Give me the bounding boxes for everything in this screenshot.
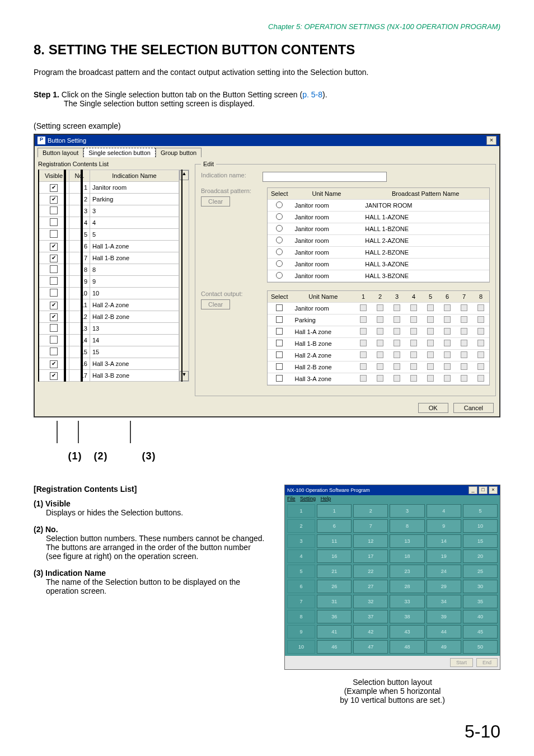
co-channel-checkbox[interactable]: [444, 304, 451, 311]
selection-button[interactable]: 29: [427, 580, 461, 593]
co-channel-checkbox[interactable]: [410, 351, 417, 358]
selection-button[interactable]: 28: [390, 580, 424, 593]
co-channel-checkbox[interactable]: [427, 351, 434, 358]
selection-button[interactable]: 17: [353, 550, 388, 563]
co-channel-checkbox[interactable]: [410, 375, 417, 382]
selection-button[interactable]: 22: [353, 565, 388, 578]
co-channel-checkbox[interactable]: [410, 340, 417, 346]
close-icon[interactable]: ×: [486, 136, 496, 145]
selection-button[interactable]: 44: [427, 625, 461, 638]
selection-button[interactable]: 36: [317, 610, 352, 623]
co-select-checkbox[interactable]: [276, 351, 283, 358]
radio-select[interactable]: [276, 248, 283, 255]
co-channel-checkbox[interactable]: [410, 328, 417, 335]
co-channel-checkbox[interactable]: [461, 351, 467, 358]
page-link[interactable]: p. 5-8: [302, 90, 322, 99]
co-channel-checkbox[interactable]: [427, 328, 434, 335]
selection-button[interactable]: 41: [317, 625, 352, 638]
co-channel-checkbox[interactable]: [410, 363, 417, 370]
co-channel-checkbox[interactable]: [444, 316, 451, 323]
co-select-checkbox[interactable]: [276, 316, 283, 323]
co-channel-checkbox[interactable]: [444, 340, 451, 346]
radio-select[interactable]: [276, 201, 283, 208]
co-channel-checkbox[interactable]: [394, 363, 400, 370]
radio-select[interactable]: [276, 260, 283, 267]
co-channel-checkbox[interactable]: [394, 351, 400, 358]
selection-button[interactable]: 39: [427, 610, 461, 623]
co-channel-checkbox[interactable]: [394, 328, 400, 335]
selection-button[interactable]: 20: [463, 550, 498, 563]
selection-button[interactable]: 49: [427, 640, 461, 654]
selection-button[interactable]: 9: [427, 519, 461, 533]
co-channel-checkbox[interactable]: [360, 340, 367, 346]
selection-button[interactable]: 48: [390, 640, 424, 654]
close-window-icon[interactable]: ×: [489, 486, 498, 494]
selection-button[interactable]: 7: [353, 519, 388, 533]
selection-button[interactable]: 25: [463, 565, 498, 578]
co-select-checkbox[interactable]: [276, 375, 283, 382]
selection-button[interactable]: 14: [427, 534, 461, 548]
clear-contact-button[interactable]: Clear: [201, 299, 230, 309]
co-channel-checkbox[interactable]: [461, 328, 467, 335]
selection-button[interactable]: 33: [390, 595, 424, 608]
co-channel-checkbox[interactable]: [477, 316, 484, 323]
co-channel-checkbox[interactable]: [377, 375, 383, 382]
selection-button[interactable]: 34: [427, 595, 461, 608]
menu-file[interactable]: File: [287, 496, 296, 501]
co-channel-checkbox[interactable]: [360, 304, 367, 311]
co-channel-checkbox[interactable]: [427, 316, 434, 323]
selection-button[interactable]: 18: [390, 550, 424, 563]
selection-button[interactable]: 23: [390, 565, 424, 578]
co-channel-checkbox[interactable]: [477, 328, 484, 335]
selection-button[interactable]: 24: [427, 565, 461, 578]
selection-button[interactable]: 15: [463, 534, 498, 548]
selection-button[interactable]: 50: [463, 640, 498, 654]
selection-button[interactable]: 32: [353, 595, 388, 608]
radio-select[interactable]: [276, 225, 283, 232]
selection-button[interactable]: 2: [353, 504, 388, 518]
co-channel-checkbox[interactable]: [360, 375, 367, 382]
radio-select[interactable]: [276, 237, 283, 243]
co-channel-checkbox[interactable]: [377, 363, 383, 370]
co-select-checkbox[interactable]: [276, 363, 283, 370]
co-channel-checkbox[interactable]: [427, 363, 434, 370]
start-button[interactable]: Start: [450, 658, 473, 667]
selection-button[interactable]: 1: [317, 504, 352, 518]
tab-button-layout[interactable]: Button layout: [38, 148, 83, 157]
selection-button[interactable]: 6: [317, 519, 352, 533]
co-channel-checkbox[interactable]: [377, 316, 383, 323]
selection-button[interactable]: 31: [317, 595, 352, 608]
maximize-icon[interactable]: □: [479, 486, 488, 494]
selection-button[interactable]: 40: [463, 610, 498, 623]
selection-button[interactable]: 42: [353, 625, 388, 638]
co-channel-checkbox[interactable]: [444, 363, 451, 370]
co-select-checkbox[interactable]: [276, 340, 283, 346]
co-channel-checkbox[interactable]: [444, 328, 451, 335]
co-channel-checkbox[interactable]: [477, 304, 484, 311]
co-select-checkbox[interactable]: [276, 304, 283, 311]
co-select-checkbox[interactable]: [276, 328, 283, 335]
tab-group-button[interactable]: Group button: [156, 148, 202, 157]
co-channel-checkbox[interactable]: [377, 328, 383, 335]
co-channel-checkbox[interactable]: [461, 316, 467, 323]
co-channel-checkbox[interactable]: [377, 351, 383, 358]
selection-button[interactable]: 26: [317, 580, 352, 593]
co-channel-checkbox[interactable]: [410, 316, 417, 323]
selection-button[interactable]: 47: [353, 640, 388, 654]
co-channel-checkbox[interactable]: [394, 316, 400, 323]
selection-button[interactable]: 43: [390, 625, 424, 638]
selection-button[interactable]: 11: [317, 534, 352, 548]
selection-button[interactable]: 46: [317, 640, 352, 654]
end-button[interactable]: End: [476, 658, 498, 667]
selection-button[interactable]: 12: [353, 534, 388, 548]
co-channel-checkbox[interactable]: [394, 340, 400, 346]
selection-button[interactable]: 5: [463, 504, 498, 518]
selection-button[interactable]: 38: [390, 610, 424, 623]
co-channel-checkbox[interactable]: [461, 304, 467, 311]
selection-button[interactable]: 45: [463, 625, 498, 638]
co-channel-checkbox[interactable]: [377, 304, 383, 311]
selection-button[interactable]: 16: [317, 550, 352, 563]
co-channel-checkbox[interactable]: [477, 363, 484, 370]
selection-button[interactable]: 4: [427, 504, 461, 518]
menu-help[interactable]: Help: [321, 496, 331, 501]
